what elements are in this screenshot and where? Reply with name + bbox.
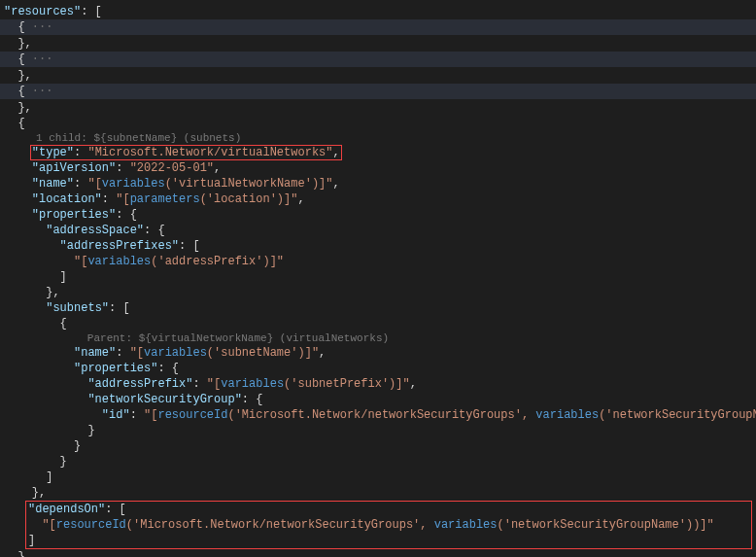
code-line: { xyxy=(0,116,756,131)
code-line: "[variables('addressPrefix')]" xyxy=(0,254,756,269)
code-line: "[resourceId('Microsoft.Network/networkS… xyxy=(28,517,749,533)
code-line: ] xyxy=(0,470,756,485)
highlight-box-dependson: "dependsOn": [ "[resourceId('Microsoft.N… xyxy=(25,501,752,549)
code-line: }, xyxy=(0,485,756,501)
code-line: "name": "[variables('virtualNetworkName'… xyxy=(0,176,756,191)
code-line: }, xyxy=(0,285,756,300)
code-line: "addressSpace": { xyxy=(0,223,756,238)
code-line: "networkSecurityGroup": { xyxy=(0,392,756,407)
code-line: "apiVersion": "2022-05-01", xyxy=(0,160,756,176)
code-line: "id": "[resourceId('Microsoft.Network/ne… xyxy=(0,407,756,423)
code-line: "resources": [ xyxy=(0,4,756,19)
code-line: }, xyxy=(0,36,756,52)
code-line: } xyxy=(0,454,756,470)
code-line: "properties": { xyxy=(0,207,756,223)
code-line: "addressPrefix": "[variables('subnetPref… xyxy=(0,376,756,392)
code-line: ] xyxy=(0,269,756,285)
folded-region[interactable]: { ··· xyxy=(0,19,756,35)
code-line: "location": "[parameters('location')]", xyxy=(0,191,756,207)
code-line: "name": "[variables('subnetName')]", xyxy=(0,345,756,361)
code-line: "addressPrefixes": [ xyxy=(0,238,756,254)
code-line: }, xyxy=(0,68,756,84)
folded-region[interactable]: { ··· xyxy=(0,52,756,67)
code-line-type: "type": "Microsoft.Network/virtualNetwor… xyxy=(0,145,756,160)
code-line: "subnets": [ xyxy=(0,300,756,316)
code-editor[interactable]: "resources": [ { ··· }, { ··· }, { ··· }… xyxy=(0,4,756,557)
code-line: "properties": { xyxy=(0,361,756,376)
codelens-children[interactable]: 1 child: ${subnetName} (subnets) xyxy=(0,131,756,145)
code-line: }, xyxy=(0,100,756,116)
code-line: "dependsOn": [ xyxy=(28,502,749,517)
highlight-box-type: "type": "Microsoft.Network/virtualNetwor… xyxy=(30,145,342,160)
code-line: ] xyxy=(28,533,749,548)
codelens-parent[interactable]: Parent: ${virtualNetworkName} (virtualNe… xyxy=(0,331,756,345)
code-line: } xyxy=(0,438,756,454)
code-line: { xyxy=(0,316,756,331)
code-line: } xyxy=(0,423,756,438)
folded-region[interactable]: { ··· xyxy=(0,84,756,99)
code-line: }, xyxy=(0,549,756,557)
